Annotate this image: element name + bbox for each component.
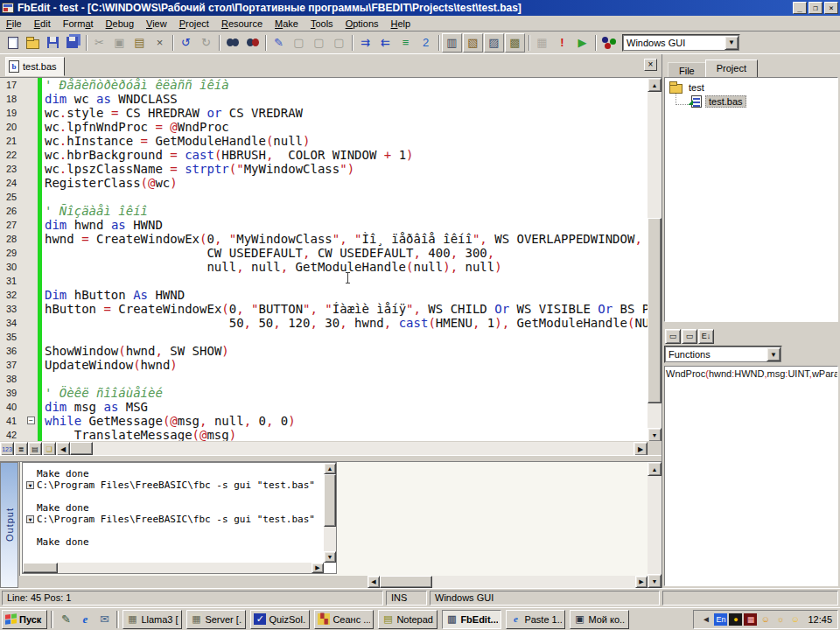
outdent-button[interactable]: ⇇ [375,33,396,52]
menu-item-debug[interactable]: Debug [100,17,140,31]
menu-item-format[interactable]: Format [57,17,100,31]
quick-launch-internet-explorer-icon[interactable]: e [76,611,94,628]
code-line[interactable]: 22wc.hbrBackground = cast(HBRUSH, COLOR_… [0,148,662,162]
output-scroll-up-button[interactable]: ▲ [324,463,336,474]
menu-item-project[interactable]: Project [173,17,215,31]
code-line[interactable]: 37UpdateWindow(hwnd) [0,358,662,372]
code-line[interactable]: 30 null, null, GetModuleHandle(null), nu… [0,260,662,274]
code-line[interactable]: 20wc.lpfnWndProc = @WndProc [0,120,662,134]
code-line[interactable]: 36ShowWindow(hwnd, SW_SHOW) [0,344,662,358]
goto-button[interactable]: 2 [416,33,436,52]
output-outer-scroll-right-button[interactable]: ▶ [635,576,648,588]
find-next-button[interactable] [242,33,262,52]
output-outer-hscroll-thumb[interactable] [380,576,432,588]
code-line[interactable]: 17' Ðåãèñòðèðóåì êëàññ îêíà [0,78,662,92]
output-line[interactable]: ▼C:\Program Files\FreeBASIC\fbc -s gui "… [24,480,322,491]
task-button-llama3-[interactable]: ▦Llama3 [... [122,610,182,629]
code-line[interactable]: 35 [0,330,662,344]
expand-line-button[interactable]: ▼ [26,481,34,489]
quick-launch-wordpad-icon[interactable]: ✎ [57,611,74,628]
editor-horizontal-scrollbar[interactable]: 123 ≣ ▤ ❏ ◀ ▶ [0,441,662,455]
function-list-item[interactable]: WndProc(hwnd:HWND,msg:UINT,wParam [666,368,836,379]
fold-all-button[interactable]: ≣ [14,442,28,456]
window-cascade-button[interactable]: ▨ [484,33,504,52]
output-vertical-scrollbar[interactable]: ▲ ▼ [324,463,336,563]
undo-button[interactable]: ↺ [176,33,196,52]
code-line[interactable]: 21wc.hInstance = GetModuleHandle(null) [0,134,662,148]
panel-tab-file[interactable]: File [668,62,706,77]
tab-test-bas[interactable]: b test.bas [5,57,65,76]
proc-window-top-button[interactable]: ▭ [665,329,681,344]
print-preview-button[interactable]: ▥ [442,33,462,52]
start-button[interactable]: Пуск [2,610,47,629]
code-line[interactable]: 26' Ñîçäàåì îêíî [0,204,662,218]
output-scroll-down-button[interactable]: ▼ [324,551,336,563]
scheduler-icon[interactable]: ☼ [774,613,787,626]
editor-vertical-scrollbar[interactable]: ▲ ▼ [648,78,662,441]
code-line[interactable]: 28hwnd = CreateWindowEx(0, "MyWindowClas… [0,232,662,246]
tree-item-test-bas[interactable]: test.bas [665,94,837,108]
menu-item-tools[interactable]: Tools [304,17,340,31]
restore-button[interactable]: ❐ [808,2,822,14]
combo-arrow-icon[interactable]: ▼ [724,36,738,50]
toggle-bookmark-button[interactable]: ✎ [269,33,289,52]
unfold-all-button[interactable]: ▤ [28,442,42,456]
code-editor[interactable]: 17' Ðåãèñòðèðóåì êëàññ îêíà18dim wc as W… [0,77,662,441]
scroll-left-button[interactable]: ◀ [56,442,70,456]
highlight-toggle-button[interactable]: ❏ [42,442,56,456]
fold-marker[interactable]: − [27,416,35,424]
output-outer-hscroll-track[interactable] [432,576,635,588]
code-line[interactable]: 32Dim hButton As HWND [0,288,662,302]
compile-button[interactable]: ! [552,33,572,52]
save-button[interactable] [43,33,63,52]
output-splitter[interactable] [0,455,662,462]
output-hscroll-thumb[interactable] [23,563,58,573]
quick-launch-outlook-icon[interactable]: ✉ [95,611,113,628]
find-in-files-button[interactable]: ▧ [463,33,483,52]
new-file-button[interactable] [3,33,23,52]
panel-tab-project[interactable]: Project [705,60,758,77]
close-file-button[interactable]: × [150,33,170,52]
menu-item-make[interactable]: Make [269,17,304,31]
output-line[interactable]: ▼C:\Program Files\FreeBASIC\fbc -s gui "… [24,514,322,525]
save-all-button[interactable] [63,33,83,52]
task-button-paste-1-[interactable]: ePaste 1... [506,610,565,629]
tree-item-test[interactable]: test [665,80,837,94]
code-line[interactable]: 24RegisterClass(@wc) [0,176,662,190]
app-icon[interactable] [2,3,14,13]
close-button[interactable]: × [824,2,838,14]
menu-item-help[interactable]: Help [385,17,417,31]
output-outer-vertical-scrollbar[interactable]: ▲ ▼ [648,462,662,588]
keyboard-layout-indicator[interactable]: En [714,613,727,626]
agent-icon[interactable]: ☺ [759,613,772,626]
traffic-monitor-icon[interactable]: ▦ [744,613,757,626]
minimize-button[interactable]: _ [793,2,807,14]
functions-combo-arrow-icon[interactable]: ▼ [766,347,780,361]
scroll-up-button[interactable]: ▲ [648,78,662,92]
task-button-quizsol-[interactable]: ✓QuizSol... [250,610,310,629]
output-scroll-right-button[interactable]: ▶ [312,563,324,573]
output-horizontal-scrollbar[interactable]: ▶ [23,563,324,573]
code-line[interactable]: 23wc.lpszClassName = strptr("MyWindowCla… [0,162,662,176]
scroll-right-button[interactable]: ▶ [634,442,648,456]
run-button[interactable]: ▶ [572,33,592,52]
paste-button[interactable]: ▤ [130,33,150,52]
menu-item-resource[interactable]: Resource [215,17,269,31]
menu-item-file[interactable]: File [0,17,28,31]
functions-combobox[interactable]: Functions ▼ [664,346,782,363]
task-button-notepad-[interactable]: ▤Notepad... [378,610,438,629]
output-hscroll-track[interactable] [58,563,312,573]
lock-icon[interactable]: ● [729,613,742,626]
code-line[interactable]: 42 TranslateMessage(@msg) [0,428,662,441]
taskbar-clock[interactable]: 12:45 [808,614,832,625]
task-button-сеанс-[interactable]: ▚Сеанс ... [314,610,374,629]
sort-button[interactable]: E↓ [698,329,714,344]
editor-hscroll-track[interactable] [93,442,634,455]
output-outer-scroll-left-button[interactable]: ◀ [368,576,380,588]
code-line[interactable]: 18dim wc as WNDCLASS [0,92,662,106]
code-line[interactable]: 29 CW_USEDEFAULT, CW_USEDEFAULT, 400, 30… [0,246,662,260]
code-line[interactable]: 27dim hwnd as HWND [0,218,662,232]
task-button-fbedit-[interactable]: ▥FbEdit... [442,610,501,629]
build-target-combobox[interactable]: Windows GUI▼ [622,34,740,52]
line-numbers-toggle-button[interactable]: 123 [0,442,14,456]
